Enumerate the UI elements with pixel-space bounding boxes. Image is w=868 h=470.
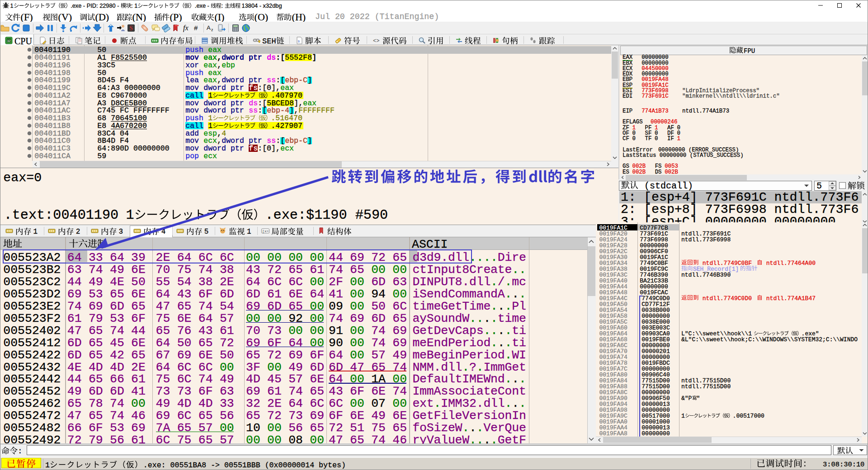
svg-text:z: z	[211, 28, 213, 32]
svg-text:s: s	[297, 39, 300, 44]
svg-text:fx: fx	[183, 24, 189, 32]
svg-text:A: A	[207, 24, 211, 31]
svg-text:<>: <>	[373, 38, 379, 44]
svg-text:32: 32	[7, 39, 11, 42]
svg-text:#: #	[194, 24, 198, 32]
svg-text:S: S	[129, 25, 133, 32]
